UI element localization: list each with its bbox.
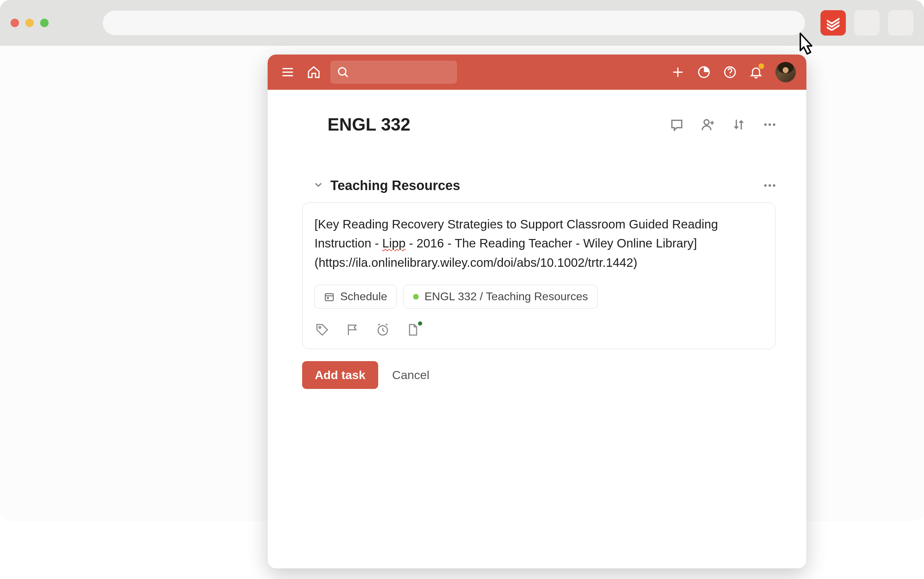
browser-toolbar	[0, 0, 924, 46]
productivity-icon	[697, 65, 711, 79]
flag-icon	[346, 323, 360, 337]
menu-button[interactable]	[278, 63, 297, 82]
todoist-extension-button[interactable]	[821, 10, 846, 36]
calendar-icon	[324, 291, 334, 302]
svg-point-3	[338, 67, 346, 75]
task-chips-row: Schedule ENGL 332 / Teaching Resources	[315, 285, 763, 309]
notifications-button[interactable]	[747, 63, 765, 82]
chevron-down-icon	[313, 179, 324, 190]
comments-button[interactable]	[668, 116, 685, 133]
notification-dot	[759, 63, 764, 69]
label-button[interactable]	[315, 322, 330, 337]
help-button[interactable]	[721, 63, 739, 82]
project-actions	[668, 116, 778, 133]
help-icon	[723, 65, 737, 79]
comment-icon	[669, 117, 684, 132]
svg-point-14	[769, 124, 771, 126]
cancel-button[interactable]: Cancel	[392, 368, 429, 382]
section-header: Teaching Resources	[296, 177, 778, 194]
section-collapse-button[interactable]	[313, 179, 324, 192]
svg-rect-19	[325, 294, 333, 301]
project-color-dot	[413, 294, 419, 299]
extension-data-button[interactable]	[405, 322, 421, 337]
project-chip[interactable]: ENGL 332 / Teaching Resources	[403, 285, 597, 309]
more-icon	[762, 117, 777, 132]
extension-placeholder[interactable]	[888, 10, 913, 36]
close-window-button[interactable]	[11, 19, 19, 27]
minimize-window-button[interactable]	[25, 19, 34, 27]
address-bar[interactable]	[103, 11, 805, 35]
plus-icon	[671, 65, 685, 79]
maximize-window-button[interactable]	[40, 19, 49, 27]
window-controls	[11, 19, 49, 27]
home-button[interactable]	[304, 63, 323, 82]
productivity-button[interactable]	[695, 63, 713, 82]
spellcheck-underline: Lipp	[382, 236, 406, 250]
task-name-input[interactable]: [Key Reading Recovery Strategies to Supp…	[315, 215, 763, 272]
todoist-extension-popup: ENGL 332 Teaching Resources	[268, 54, 806, 568]
svg-point-18	[773, 185, 775, 187]
indicator-dot	[418, 321, 422, 325]
cursor-pointer-overlay	[792, 30, 820, 59]
hamburger-icon	[281, 65, 295, 79]
project-chip-label: ENGL 332 / Teaching Resources	[424, 290, 588, 303]
svg-point-17	[769, 185, 771, 187]
section-title: Teaching Resources	[330, 178, 755, 193]
svg-point-15	[773, 124, 775, 126]
search-icon	[337, 66, 349, 79]
search-input[interactable]	[330, 61, 457, 84]
priority-button[interactable]	[345, 322, 360, 337]
schedule-chip[interactable]: Schedule	[315, 285, 396, 309]
todoist-logo-icon	[826, 15, 841, 31]
reminder-button[interactable]	[375, 322, 390, 337]
person-add-icon	[700, 117, 715, 132]
popup-header	[268, 54, 806, 90]
sort-icon	[731, 117, 746, 132]
section-more-button[interactable]	[761, 177, 778, 194]
editor-footer: Add task Cancel	[302, 361, 778, 389]
more-options-button[interactable]	[761, 116, 778, 133]
quick-add-button[interactable]	[668, 63, 687, 82]
project-title: ENGL 332	[328, 114, 668, 135]
alarm-icon	[376, 323, 390, 337]
add-task-button[interactable]: Add task	[302, 361, 378, 389]
schedule-chip-label: Schedule	[340, 290, 387, 303]
user-avatar[interactable]	[775, 62, 796, 82]
svg-point-9	[730, 75, 731, 76]
share-button[interactable]	[700, 116, 716, 133]
more-icon	[762, 178, 777, 193]
svg-rect-21	[327, 297, 329, 299]
extension-placeholder[interactable]	[854, 10, 880, 36]
editor-icons-row	[315, 319, 763, 337]
page-icon	[406, 323, 420, 337]
svg-point-22	[319, 327, 321, 329]
svg-line-4	[345, 74, 348, 77]
tag-icon	[315, 323, 329, 337]
svg-point-16	[764, 185, 767, 187]
svg-point-10	[704, 120, 709, 124]
popup-body: ENGL 332 Teaching Resources	[268, 90, 806, 568]
project-header: ENGL 332	[296, 114, 778, 135]
svg-point-13	[764, 124, 767, 126]
task-editor: [Key Reading Recovery Strategies to Supp…	[302, 203, 775, 349]
home-icon	[307, 65, 321, 79]
sort-button[interactable]	[730, 116, 747, 133]
